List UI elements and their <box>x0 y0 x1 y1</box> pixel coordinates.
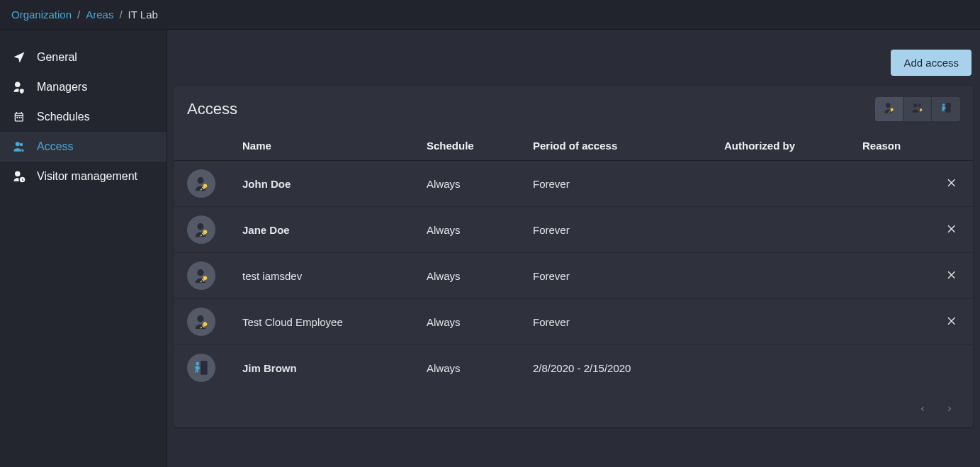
svg-point-15 <box>203 230 208 234</box>
person-key-icon <box>882 101 896 118</box>
close-icon <box>946 315 957 327</box>
sidebar-item-label: General <box>37 51 77 64</box>
location-arrow-icon <box>11 51 27 64</box>
person-key-icon <box>187 308 215 336</box>
cell-period: Forever <box>527 207 719 253</box>
cell-period: Forever <box>527 253 719 299</box>
cell-authorized-by <box>719 345 857 391</box>
svg-point-6 <box>919 108 921 111</box>
person-key-icon <box>187 169 215 198</box>
table-row[interactable]: test iamsdevAlwaysForever <box>174 253 973 299</box>
svg-point-23 <box>203 322 208 326</box>
page-next-button[interactable] <box>946 403 953 415</box>
close-icon <box>946 269 957 281</box>
cell-schedule: Always <box>421 299 527 345</box>
svg-point-10 <box>197 177 203 184</box>
table-row[interactable]: John DoeAlwaysForever <box>174 161 973 207</box>
svg-point-19 <box>203 276 208 280</box>
filter-button-group <box>875 97 960 121</box>
filter-individual-button[interactable] <box>875 97 903 121</box>
cell-schedule: Always <box>421 161 527 207</box>
cell-schedule: Always <box>421 345 527 391</box>
person-key-icon <box>187 215 215 244</box>
page-prev-button[interactable] <box>919 403 926 415</box>
person-key-icon <box>187 261 215 290</box>
cell-period: 2/8/2020 - 2/15/2020 <box>527 345 719 391</box>
cell-reason <box>857 299 930 345</box>
sidebar-item-label: Access <box>37 140 74 153</box>
cell-period: Forever <box>527 299 719 345</box>
cell-reason <box>857 345 930 391</box>
cell-period: Forever <box>527 161 719 207</box>
calendar-icon <box>11 111 27 123</box>
sidebar-item-access[interactable]: Access <box>0 132 167 162</box>
cell-reason <box>857 207 930 253</box>
remove-access-button[interactable] <box>946 269 957 281</box>
access-table: Name Schedule Period of access Authorize… <box>174 131 973 390</box>
svg-point-22 <box>197 315 203 322</box>
close-icon <box>946 223 957 235</box>
svg-rect-26 <box>201 361 208 375</box>
pagination <box>174 390 973 427</box>
sidebar: General Managers Schedules Access Visito… <box>0 30 167 467</box>
breadcrumb-separator: / <box>119 9 122 21</box>
table-row[interactable]: Jane DoeAlwaysForever <box>174 207 973 253</box>
cell-name: John Doe <box>237 161 421 207</box>
svg-point-11 <box>203 184 208 188</box>
column-header-reason: Reason <box>857 131 930 161</box>
chevron-right-icon <box>946 403 953 415</box>
cell-name: Test Cloud Employee <box>237 299 421 345</box>
sidebar-item-label: Managers <box>37 81 87 94</box>
table-row[interactable]: Jim BrownAlways2/8/2020 - 2/15/2020 <box>174 345 973 391</box>
svg-point-0 <box>886 103 891 108</box>
cell-name: Jane Doe <box>237 207 421 253</box>
breadcrumb-current: IT Lab <box>128 9 158 21</box>
door-person-icon <box>187 354 215 382</box>
filter-group-button[interactable] <box>903 97 932 121</box>
access-panel: Access <box>174 86 973 427</box>
main-content: Add access Access <box>167 30 980 467</box>
remove-access-button[interactable] <box>946 223 957 235</box>
column-header-period: Period of access <box>527 131 719 161</box>
svg-point-27 <box>196 362 199 366</box>
column-header-authorized-by: Authorized by <box>719 131 857 161</box>
cell-reason <box>857 253 930 299</box>
svg-point-4 <box>913 103 917 107</box>
cell-name: test iamsdev <box>237 253 421 299</box>
cell-authorized-by <box>719 161 857 207</box>
user-shield-icon <box>11 81 27 94</box>
door-person-icon <box>939 101 953 118</box>
breadcrumb-organization[interactable]: Organization <box>11 9 72 21</box>
column-header-schedule: Schedule <box>421 131 527 161</box>
svg-point-5 <box>918 104 920 107</box>
cell-reason <box>857 161 930 207</box>
column-header-name: Name <box>237 131 421 161</box>
remove-access-button[interactable] <box>946 315 957 327</box>
filter-visitor-button[interactable] <box>932 97 960 121</box>
breadcrumb: Organization / Areas / IT Lab <box>0 0 980 30</box>
cell-authorized-by <box>719 207 857 253</box>
user-clock-icon <box>11 170 27 183</box>
sidebar-item-visitor-management[interactable]: Visitor management <box>0 162 167 191</box>
breadcrumb-areas[interactable]: Areas <box>86 9 113 21</box>
svg-point-18 <box>197 269 203 276</box>
cell-schedule: Always <box>421 207 527 253</box>
cell-authorized-by <box>719 253 857 299</box>
sidebar-item-label: Schedules <box>37 111 90 123</box>
close-icon <box>946 177 957 189</box>
users-icon <box>11 140 27 153</box>
sidebar-item-managers[interactable]: Managers <box>0 72 167 102</box>
svg-point-9 <box>942 103 945 106</box>
breadcrumb-separator: / <box>77 9 80 21</box>
cell-authorized-by <box>719 299 857 345</box>
cell-schedule: Always <box>421 253 527 299</box>
remove-access-button[interactable] <box>946 177 957 189</box>
svg-point-14 <box>197 223 203 230</box>
sidebar-item-schedules[interactable]: Schedules <box>0 102 167 132</box>
group-key-icon <box>911 101 925 118</box>
sidebar-item-general[interactable]: General <box>0 43 167 72</box>
add-access-button[interactable]: Add access <box>891 50 971 76</box>
sidebar-item-label: Visitor management <box>37 170 137 183</box>
svg-rect-8 <box>946 103 951 112</box>
table-row[interactable]: Test Cloud EmployeeAlwaysForever <box>174 299 973 345</box>
